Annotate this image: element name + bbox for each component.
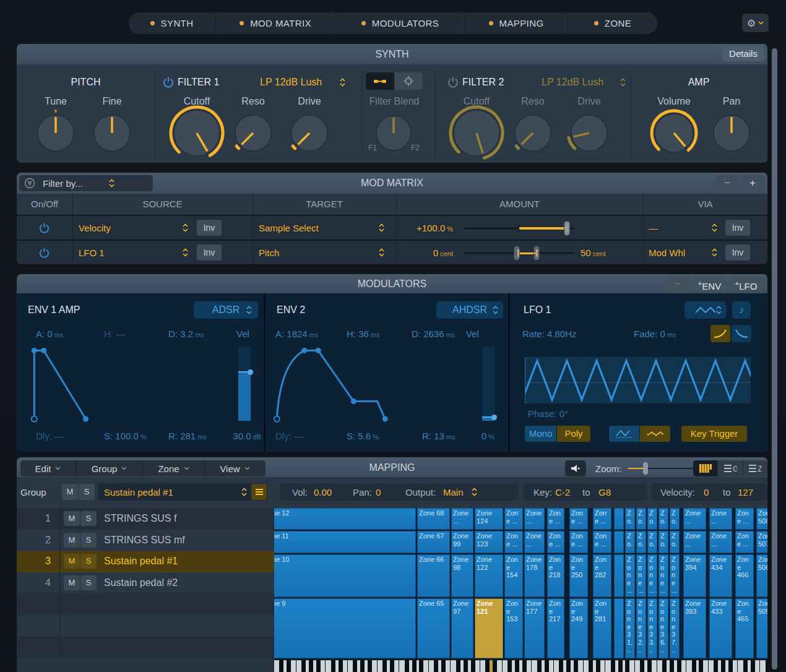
via-select[interactable]: Mod Whl	[649, 248, 685, 258]
source-inv-button[interactable]: Inv	[197, 220, 222, 236]
piano-key-black[interactable]	[677, 660, 681, 672]
piano-key-black[interactable]	[537, 660, 542, 672]
output-value[interactable]: Main	[443, 487, 464, 498]
zone-cell[interactable]: Zo...	[647, 508, 657, 530]
zone-cell[interactable]: Zone ...	[547, 508, 564, 530]
row-power-icon[interactable]	[38, 222, 50, 234]
lfo-rate[interactable]: Rate: 4.80Hz	[522, 329, 577, 339]
env1-release[interactable]: R: 281ms	[168, 431, 207, 441]
group-list-toggle-button[interactable]	[251, 484, 267, 500]
group-solo-button[interactable]: S	[79, 484, 95, 500]
group-solo-button[interactable]: S	[80, 554, 97, 569]
menu-group[interactable]: Group	[76, 460, 142, 476]
zone-cell[interactable]: Zo...	[625, 531, 635, 553]
amount-value[interactable]: +100.0%	[400, 223, 453, 233]
zone-cell[interactable]: Zone 122	[475, 554, 503, 597]
amount-slider-handle[interactable]	[564, 221, 570, 236]
zone-cell[interactable]: Zone ...	[451, 508, 473, 530]
piano-key-black[interactable]	[309, 660, 313, 672]
group-mute-button[interactable]: M	[64, 533, 80, 548]
piano-key-black[interactable]	[368, 660, 372, 672]
zone-cell[interactable]: Zo...	[625, 508, 635, 530]
group-row[interactable]: 3 M S Sustain pedal #1	[17, 551, 274, 572]
zone-cell[interactable]: Zone 282	[593, 554, 611, 597]
tab-modulators[interactable]: MODULATORS	[335, 12, 464, 34]
env2-attack[interactable]: A: 1824ms	[275, 329, 318, 339]
vertical-scrollbar[interactable]	[772, 48, 777, 670]
zone-cell[interactable]: Zone 465	[735, 598, 754, 658]
zone-cell[interactable]: Zone 12	[274, 508, 416, 530]
add-env-button[interactable]: +ENV	[693, 277, 727, 291]
zone-cell[interactable]: Zone ...	[547, 531, 564, 553]
velocity-high-value[interactable]: 127	[738, 487, 753, 498]
piano-key-black[interactable]	[434, 660, 438, 672]
filter-by-select[interactable]: Filter by...	[19, 175, 153, 191]
zone-cell[interactable]: Zone 33...	[647, 598, 657, 658]
piano-key-black[interactable]	[382, 660, 387, 672]
zone-cell[interactable]: Zone ...	[636, 554, 646, 597]
piano-key-black[interactable]	[728, 660, 733, 672]
piano-key-black[interactable]	[522, 660, 527, 672]
zone-cell[interactable]: Zo...	[659, 508, 668, 530]
group-solo-button[interactable]: S	[80, 575, 97, 590]
zone-cell[interactable]: Zone 433	[709, 598, 732, 658]
amount-slider-handle[interactable]	[514, 246, 520, 261]
lfo-wave-select[interactable]	[685, 301, 726, 319]
piano-key-black[interactable]	[566, 660, 571, 672]
zone-cell[interactable]: Zone ...	[593, 508, 611, 530]
zone-cell[interactable]: Zone ...	[504, 508, 523, 530]
piano-key-black[interactable]	[515, 660, 519, 672]
zone-cell[interactable]: Zone 11	[274, 531, 416, 553]
group-name-select[interactable]: Sustain pedal #1	[98, 483, 267, 501]
tab-synth[interactable]: SYNTH	[129, 12, 215, 34]
zone-cell[interactable]: Zo...	[636, 508, 646, 530]
env2-decay[interactable]: D: 2636ms	[412, 329, 455, 339]
env2-delay[interactable]: Dly: —	[275, 431, 303, 441]
via-select[interactable]: —	[649, 223, 658, 233]
env2-hold[interactable]: H: 36ms	[347, 329, 380, 339]
zone-cell[interactable]: Zone 65	[417, 598, 450, 658]
piano-key-black[interactable]	[589, 660, 593, 672]
view-group-list-button[interactable]: G	[717, 460, 742, 476]
group-mute-button[interactable]: M	[64, 511, 80, 526]
zone-cell[interactable]: Zone ...	[670, 554, 680, 597]
zone-cell[interactable]: Zone 154	[504, 554, 523, 597]
piano-key-black[interactable]	[493, 660, 497, 672]
piano-keyboard[interactable]	[274, 660, 767, 672]
zone-cell[interactable]: Zone 218	[547, 554, 564, 597]
zone-cell[interactable]: Zone ...	[709, 508, 732, 530]
tab-zone[interactable]: ZONE	[568, 12, 657, 34]
menu-edit[interactable]: Edit	[20, 460, 76, 476]
lfo-sync-note-button[interactable]: ♪	[732, 301, 751, 319]
source-select[interactable]: Velocity	[79, 223, 111, 233]
amount-low-value[interactable]: 0cent	[400, 248, 453, 258]
zone-cell[interactable]: Zo...	[670, 508, 680, 530]
matrix-add-button[interactable]: +	[741, 175, 764, 191]
env2-mode-select[interactable]: AHDSR	[436, 301, 503, 319]
group-solo-button[interactable]: S	[80, 533, 97, 548]
piano-key-black[interactable]	[412, 660, 417, 672]
add-lfo-button[interactable]: +LFO	[729, 277, 763, 291]
zone-cell[interactable]	[614, 598, 624, 658]
source-inv-button[interactable]: Inv	[197, 244, 222, 261]
zone-cell[interactable]: Zone 68	[417, 508, 450, 530]
filter2-power-icon[interactable]	[447, 76, 459, 88]
key-high-value[interactable]: G8	[598, 487, 611, 498]
piano-key-black[interactable]	[699, 660, 703, 672]
piano-key-black[interactable]	[692, 660, 696, 672]
modulator-remove-button[interactable]: −	[665, 277, 690, 291]
poly-button[interactable]: Poly	[557, 426, 590, 442]
piano-key-black[interactable]	[464, 660, 468, 672]
lfo-unipolar-button[interactable]	[609, 426, 639, 442]
settings-button[interactable]: ⚙	[742, 14, 769, 32]
filter1-mode-select[interactable]: LP 12dB Lush	[260, 77, 322, 88]
piano-key-black[interactable]	[456, 660, 460, 672]
vol-value[interactable]: 0.00	[314, 487, 332, 498]
via-inv-button[interactable]: Inv	[725, 220, 750, 236]
env2-vel-value[interactable]: 0%	[470, 431, 494, 441]
piano-key-black[interactable]	[301, 660, 306, 672]
pan-value[interactable]: 0	[376, 487, 381, 498]
zone-cell[interactable]: Zone 178	[524, 554, 545, 597]
env1-sustain[interactable]: S: 100.0%	[104, 431, 147, 441]
zone-cell[interactable]: Zone 37...	[670, 598, 680, 658]
